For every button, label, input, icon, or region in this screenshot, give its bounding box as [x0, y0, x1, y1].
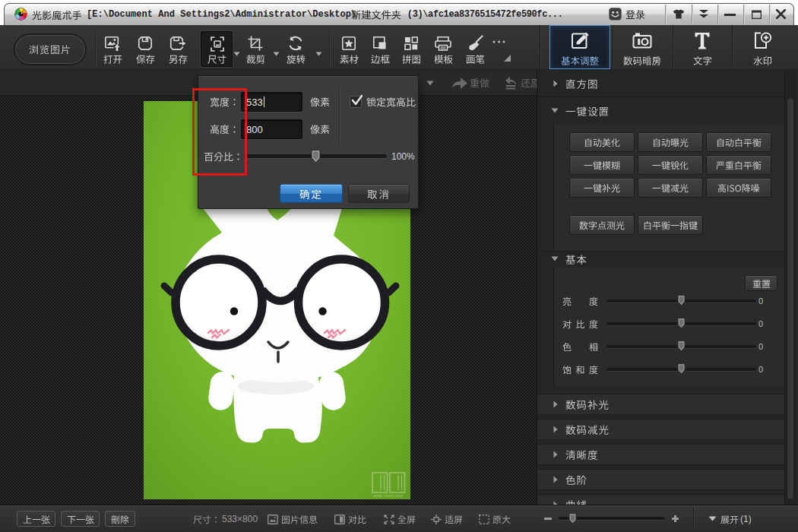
svg-text:www.meitu.com: www.meitu.com: [374, 493, 404, 498]
